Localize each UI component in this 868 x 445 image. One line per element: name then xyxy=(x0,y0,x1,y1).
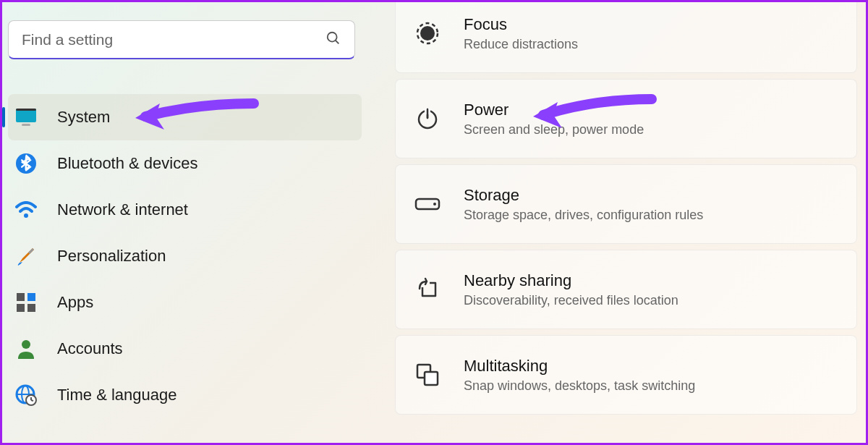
storage-icon xyxy=(414,191,441,217)
system-icon xyxy=(15,106,37,128)
search-icon xyxy=(326,30,341,49)
nav-label: Bluetooth & devices xyxy=(57,154,197,173)
card-title: Focus xyxy=(464,15,578,34)
card-text: Storage Storage space, drives, configura… xyxy=(464,186,703,223)
card-nearby-sharing[interactable]: Nearby sharing Discoverability, received… xyxy=(395,250,857,329)
svg-rect-7 xyxy=(17,293,25,301)
svg-rect-9 xyxy=(17,304,25,312)
bluetooth-icon xyxy=(15,153,37,174)
nav-label: System xyxy=(57,108,110,127)
svg-point-24 xyxy=(433,203,436,205)
svg-rect-8 xyxy=(27,293,35,301)
sidebar-item-bluetooth[interactable]: Bluetooth & devices xyxy=(8,140,362,187)
svg-point-6 xyxy=(24,213,28,218)
sidebar-item-apps[interactable]: Apps xyxy=(8,279,362,326)
annotation-arrow-system xyxy=(131,96,261,140)
sidebar-item-network[interactable]: Network & internet xyxy=(8,187,362,233)
card-text: Multitasking Snap windows, desktops, tas… xyxy=(464,357,695,394)
nav-label: Network & internet xyxy=(57,200,188,219)
search-input[interactable] xyxy=(8,20,355,59)
nav-label: Time & language xyxy=(57,386,177,404)
card-subtitle: Reduce distractions xyxy=(464,37,578,52)
card-text: Nearby sharing Discoverability, received… xyxy=(464,271,678,308)
search-container xyxy=(8,20,362,81)
svg-rect-10 xyxy=(27,304,35,312)
card-text: Focus Reduce distractions xyxy=(464,15,578,52)
card-subtitle: Discoverability, received files location xyxy=(464,293,678,308)
card-multitasking[interactable]: Multitasking Snap windows, desktops, tas… xyxy=(395,335,857,415)
svg-line-17 xyxy=(31,400,33,401)
share-icon xyxy=(414,276,441,302)
card-title: Storage xyxy=(464,186,703,205)
paintbrush-icon xyxy=(15,245,37,267)
svg-rect-26 xyxy=(425,372,438,385)
main-content: Focus Reduce distractions Power Screen a… xyxy=(367,2,866,443)
svg-rect-4 xyxy=(22,124,30,126)
multitasking-icon xyxy=(414,362,441,388)
svg-rect-3 xyxy=(16,109,36,111)
annotation-arrow-power xyxy=(529,92,659,135)
sidebar-item-time-language[interactable]: Time & language xyxy=(8,372,362,418)
wifi-icon xyxy=(15,199,37,221)
apps-icon xyxy=(15,292,37,313)
card-subtitle: Storage space, drives, configuration rul… xyxy=(464,208,703,223)
focus-icon xyxy=(414,20,441,46)
sidebar-item-accounts[interactable]: Accounts xyxy=(8,326,362,372)
card-subtitle: Snap windows, desktops, task switching xyxy=(464,378,695,394)
search-field[interactable] xyxy=(22,31,326,48)
accounts-icon xyxy=(15,338,37,360)
svg-line-1 xyxy=(336,40,339,43)
sidebar-item-personalization[interactable]: Personalization xyxy=(8,233,362,279)
nav-label: Accounts xyxy=(57,339,123,358)
card-storage[interactable]: Storage Storage space, drives, configura… xyxy=(395,164,857,244)
card-title: Multitasking xyxy=(464,357,695,376)
svg-point-0 xyxy=(328,32,337,41)
globe-clock-icon xyxy=(15,384,37,406)
power-icon xyxy=(414,106,441,132)
nav-label: Personalization xyxy=(57,247,166,266)
card-focus[interactable]: Focus Reduce distractions xyxy=(395,0,857,73)
sidebar: System Bluetooth & devices Network & int… xyxy=(2,2,367,443)
card-title: Nearby sharing xyxy=(464,271,678,290)
svg-point-11 xyxy=(22,340,30,349)
nav-label: Apps xyxy=(57,293,93,312)
